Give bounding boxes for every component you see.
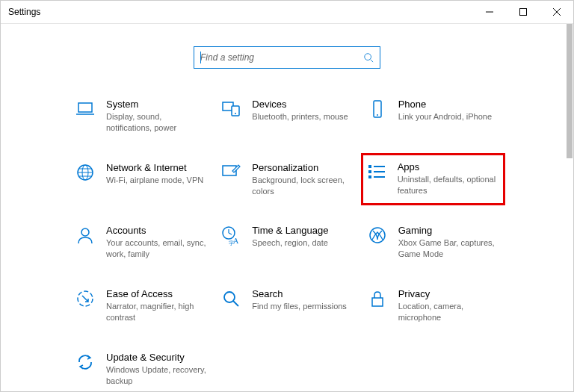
tile-title: Ease of Access — [106, 288, 207, 299]
laptop-icon — [75, 99, 96, 119]
magnifier-icon — [220, 288, 241, 309]
tile-search[interactable]: Search Find my files, permissions — [217, 285, 356, 326]
search-box[interactable] — [194, 46, 380, 69]
tile-desc: Speech, region, date — [252, 237, 353, 249]
tile-title: Network & Internet — [106, 162, 207, 173]
tile-desc: Uninstall, defaults, optional features — [398, 174, 500, 196]
person-icon — [75, 225, 96, 246]
tile-privacy[interactable]: Privacy Location, camera, microphone — [364, 285, 502, 326]
tile-desc: Wi-Fi, airplane mode, VPN — [106, 175, 207, 186]
sync-icon — [75, 352, 96, 373]
globe-icon — [75, 162, 96, 183]
phone-icon — [367, 99, 388, 119]
tile-phone[interactable]: Phone Link your Android, iPhone — [364, 96, 502, 137]
vertical-scrollbar[interactable] — [567, 24, 573, 158]
tile-title: Update & Security — [106, 352, 207, 363]
svg-point-10 — [235, 113, 236, 114]
devices-icon — [220, 99, 241, 119]
svg-rect-1 — [519, 9, 526, 16]
svg-text:A: A — [233, 237, 239, 245]
tile-time-language[interactable]: A字 Time & Language Speech, region, date — [217, 222, 356, 263]
time-language-icon: A字 — [220, 225, 241, 246]
tile-desc: Location, camera, microphone — [398, 301, 499, 323]
svg-line-5 — [371, 60, 374, 63]
svg-point-25 — [81, 228, 89, 236]
svg-text:字: 字 — [229, 240, 234, 246]
tile-accounts[interactable]: Accounts Your accounts, email, sync, wor… — [72, 222, 210, 263]
svg-rect-9 — [232, 106, 239, 116]
tile-desc: Windows Update, recovery, backup — [106, 364, 207, 387]
tile-desc: Your accounts, email, sync, work, family — [106, 237, 207, 260]
tile-title: System — [106, 99, 207, 110]
svg-rect-6 — [78, 103, 92, 112]
text-cursor — [200, 52, 201, 63]
tile-network[interactable]: Network & Internet Wi-Fi, airplane mode,… — [72, 159, 210, 200]
apps-list-icon — [366, 161, 387, 182]
lock-icon — [367, 288, 388, 309]
tile-title: Devices — [252, 99, 353, 110]
tile-ease-of-access[interactable]: Ease of Access Narrator, magnifier, high… — [72, 285, 210, 326]
window-title: Settings — [8, 7, 40, 17]
tile-desc: Bluetooth, printers, mouse — [252, 111, 353, 122]
settings-grid: System Display, sound, notifications, po… — [1, 96, 573, 391]
svg-rect-23 — [368, 175, 371, 178]
svg-point-12 — [377, 114, 378, 116]
tile-title: Personalization — [252, 162, 353, 173]
tile-desc: Link your Android, iPhone — [398, 111, 499, 122]
tile-system[interactable]: System Display, sound, notifications, po… — [72, 96, 210, 137]
tile-desc: Background, lock screen, colors — [252, 175, 353, 197]
tile-personalization[interactable]: Personalization Background, lock screen,… — [217, 159, 356, 200]
tile-title: Privacy — [398, 288, 499, 299]
tile-desc: Display, sound, notifications, power — [106, 111, 207, 134]
close-button[interactable] — [540, 1, 573, 23]
titlebar: Settings — [1, 1, 573, 23]
ease-of-access-icon — [75, 288, 96, 309]
tile-title: Phone — [398, 99, 499, 110]
svg-line-34 — [233, 301, 238, 306]
tile-title: Time & Language — [252, 225, 353, 236]
svg-point-31 — [370, 228, 385, 243]
svg-rect-35 — [372, 298, 383, 306]
xbox-icon — [367, 225, 388, 246]
search-icon — [363, 52, 374, 63]
content-area: System Display, sound, notifications, po… — [1, 24, 573, 391]
tile-desc: Find my files, permissions — [252, 301, 353, 312]
svg-line-28 — [229, 233, 232, 234]
svg-rect-21 — [368, 170, 371, 173]
tile-title: Apps — [398, 161, 500, 172]
search-container — [1, 46, 573, 69]
paintbrush-icon — [220, 162, 241, 183]
tile-devices[interactable]: Devices Bluetooth, printers, mouse — [217, 96, 356, 137]
tile-title: Accounts — [106, 225, 207, 236]
tile-title: Search — [252, 288, 353, 299]
tile-gaming[interactable]: Gaming Xbox Game Bar, captures, Game Mod… — [364, 222, 502, 263]
search-input[interactable] — [200, 52, 363, 63]
svg-point-33 — [224, 292, 235, 302]
maximize-button[interactable] — [506, 1, 540, 23]
tile-title: Gaming — [398, 225, 499, 236]
svg-rect-19 — [368, 165, 371, 168]
tile-update-security[interactable]: Update & Security Windows Update, recove… — [72, 349, 210, 390]
tile-desc: Xbox Game Bar, captures, Game Mode — [398, 237, 499, 260]
svg-point-4 — [365, 54, 371, 60]
window-controls — [472, 1, 573, 23]
minimize-button[interactable] — [472, 1, 506, 23]
tile-apps[interactable]: Apps Uninstall, defaults, optional featu… — [361, 153, 505, 206]
tile-desc: Narrator, magnifier, high contrast — [106, 301, 207, 323]
